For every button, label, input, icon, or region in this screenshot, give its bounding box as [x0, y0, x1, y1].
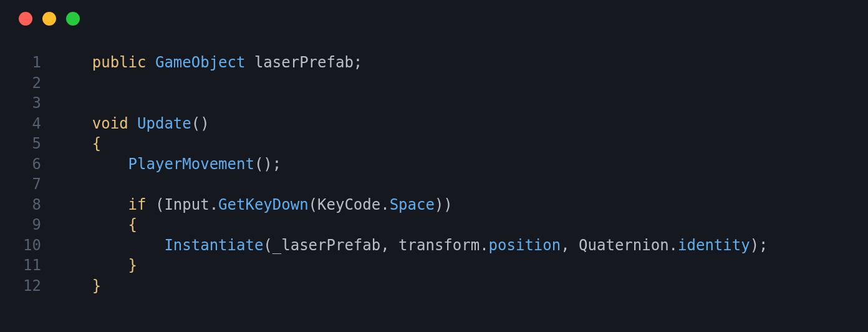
- token: Input: [164, 196, 209, 213]
- token: )): [435, 196, 453, 213]
- token: if: [128, 196, 147, 213]
- code-line[interactable]: Instantiate(_laserPrefab, transform.posi…: [56, 235, 868, 256]
- token: [92, 196, 128, 213]
- token: }: [128, 256, 137, 274]
- line-number: 2: [0, 73, 41, 94]
- line-gutter: 123456789101112: [0, 52, 56, 296]
- token: public: [92, 54, 147, 71]
- token: GetKeyDown: [218, 196, 309, 213]
- token: [92, 256, 128, 274]
- token: [92, 216, 128, 233]
- token: [128, 115, 137, 132]
- code-line[interactable]: void Update(): [56, 114, 868, 134]
- line-number: 8: [0, 195, 41, 215]
- line-number: 12: [0, 276, 41, 296]
- token: KeyCode: [317, 196, 380, 213]
- token: Quaternion: [579, 237, 669, 254]
- token: PlayerMovement: [128, 155, 254, 173]
- code-line[interactable]: [56, 174, 868, 195]
- line-number: 6: [0, 154, 41, 175]
- token: (): [191, 115, 210, 132]
- code-line[interactable]: PlayerMovement();: [56, 154, 868, 175]
- line-number: 7: [0, 174, 41, 195]
- line-number: 10: [0, 235, 41, 256]
- token: Space: [390, 196, 435, 213]
- token: laserPrefab: [254, 54, 354, 71]
- token: [245, 54, 254, 71]
- token: identity: [678, 237, 750, 254]
- code-line[interactable]: {: [56, 134, 868, 154]
- token: Update: [137, 115, 191, 132]
- close-icon[interactable]: [19, 12, 32, 26]
- line-number: 1: [0, 52, 41, 73]
- token: }: [92, 277, 101, 295]
- code-window: 123456789101112 public GameObject laserP…: [0, 0, 868, 332]
- code-area[interactable]: public GameObject laserPrefab; void Upda…: [56, 52, 868, 296]
- code-line[interactable]: [56, 73, 868, 94]
- token: position: [489, 237, 561, 254]
- token: (: [147, 196, 165, 213]
- code-line[interactable]: {: [56, 215, 868, 235]
- code-line[interactable]: }: [56, 255, 868, 276]
- token: {: [92, 135, 101, 152]
- token: ,: [561, 237, 579, 254]
- token: [92, 237, 165, 254]
- token: transform: [398, 237, 480, 254]
- token: {: [128, 216, 137, 233]
- token: [147, 54, 155, 71]
- token: );: [750, 237, 768, 254]
- token: void: [92, 115, 128, 132]
- token: GameObject: [155, 54, 246, 71]
- token: .: [480, 237, 488, 254]
- code-line[interactable]: [56, 93, 868, 114]
- token: ;: [354, 54, 362, 71]
- line-number: 11: [0, 255, 41, 276]
- token: (: [309, 196, 317, 213]
- token: .: [210, 196, 218, 213]
- token: .: [380, 196, 389, 213]
- line-number: 3: [0, 93, 41, 114]
- token: (: [263, 237, 272, 254]
- token: ,: [380, 237, 398, 254]
- code-line[interactable]: public GameObject laserPrefab;: [56, 52, 868, 73]
- line-number: 9: [0, 215, 41, 235]
- maximize-icon[interactable]: [66, 12, 80, 26]
- minimize-icon[interactable]: [42, 12, 56, 26]
- token: .: [669, 237, 678, 254]
- token: ();: [254, 155, 281, 173]
- token: _laserPrefab: [272, 237, 380, 254]
- code-line[interactable]: if (Input.GetKeyDown(KeyCode.Space)): [56, 195, 868, 215]
- code-line[interactable]: }: [56, 276, 868, 296]
- token: [92, 155, 128, 173]
- titlebar: [0, 0, 868, 37]
- code-editor[interactable]: 123456789101112 public GameObject laserP…: [0, 37, 868, 311]
- line-number: 5: [0, 134, 41, 154]
- token: Instantiate: [164, 237, 263, 254]
- line-number: 4: [0, 114, 41, 134]
